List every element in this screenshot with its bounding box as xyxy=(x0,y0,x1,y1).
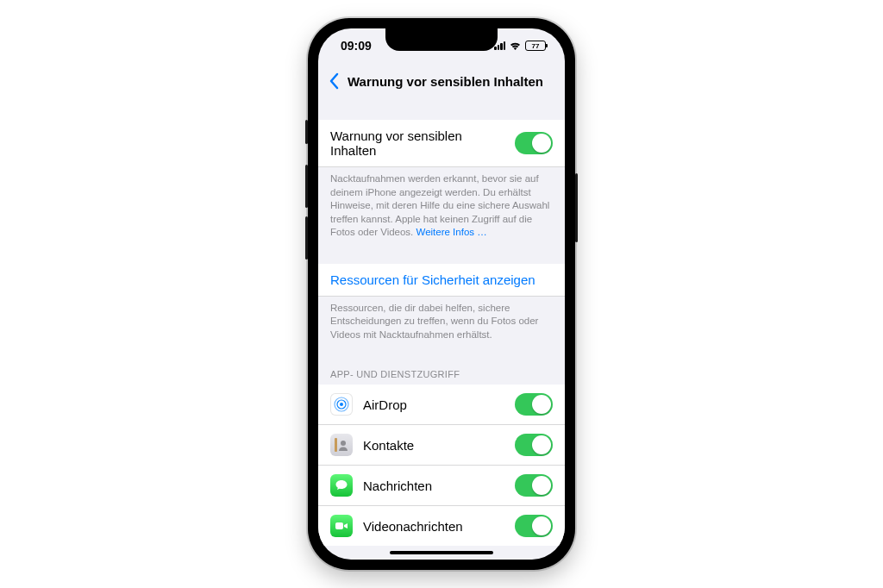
section2-footer: Ressourcen, die dir dabei helfen, sicher… xyxy=(318,297,565,346)
main-toggle[interactable] xyxy=(515,132,553,154)
airdrop-toggle[interactable] xyxy=(515,393,553,416)
page-title: Warnung vor sensiblen Inhalten xyxy=(348,74,543,89)
back-button[interactable] xyxy=(327,71,342,91)
nav-header: Warnung vor sensiblen Inhalten xyxy=(318,63,565,99)
status-time: 09:09 xyxy=(341,39,372,53)
main-toggle-row: Warnung vor sensiblen Inhalten xyxy=(318,120,565,167)
messages-icon xyxy=(330,474,353,497)
messages-toggle[interactable] xyxy=(515,474,553,497)
messages-label: Nachrichten xyxy=(363,479,504,493)
contacts-row: Kontakte xyxy=(318,425,565,466)
notch xyxy=(385,28,498,51)
video-messages-row: Videonachrichten xyxy=(318,506,565,546)
volume-up-button xyxy=(305,165,308,208)
svg-point-4 xyxy=(341,441,346,446)
settings-content[interactable]: Warnung vor sensiblen Inhalten Nacktaufn… xyxy=(318,99,565,560)
more-info-link[interactable]: Weitere Infos … xyxy=(416,227,487,237)
main-toggle-label: Warnung vor sensiblen Inhalten xyxy=(330,128,504,158)
airdrop-label: AirDrop xyxy=(363,397,504,412)
contacts-icon xyxy=(330,434,353,456)
power-button xyxy=(575,173,578,242)
silent-switch xyxy=(305,120,308,144)
svg-rect-5 xyxy=(335,522,343,529)
resources-row[interactable]: Ressourcen für Sicherheit anzeigen xyxy=(318,264,565,297)
phone-frame: 09:09 77 Warnung vor sensiblen Inha xyxy=(308,18,575,570)
video-messages-toggle[interactable] xyxy=(515,515,553,537)
airdrop-icon xyxy=(330,393,353,416)
wifi-icon xyxy=(509,41,522,51)
svg-rect-3 xyxy=(335,438,337,452)
airdrop-row: AirDrop xyxy=(318,385,565,425)
contacts-toggle[interactable] xyxy=(515,434,553,456)
chevron-left-icon xyxy=(329,72,340,90)
battery-icon: 77 xyxy=(525,41,546,51)
section1-footer: Nacktaufnahmen werden erkannt, bevor sie… xyxy=(318,167,565,243)
home-indicator[interactable] xyxy=(390,551,493,554)
contacts-label: Kontakte xyxy=(363,438,504,453)
messages-row: Nachrichten xyxy=(318,466,565,506)
volume-down-button xyxy=(305,216,308,260)
section3-header: App- und Dienstzugriff xyxy=(318,366,565,385)
resources-link-label: Ressourcen für Sicherheit anzeigen xyxy=(330,272,553,287)
svg-point-0 xyxy=(340,403,343,406)
video-messages-label: Videonachrichten xyxy=(363,519,504,534)
battery-level: 77 xyxy=(532,42,540,50)
screen: 09:09 77 Warnung vor sensiblen Inha xyxy=(318,28,565,560)
facetime-icon xyxy=(330,515,353,537)
